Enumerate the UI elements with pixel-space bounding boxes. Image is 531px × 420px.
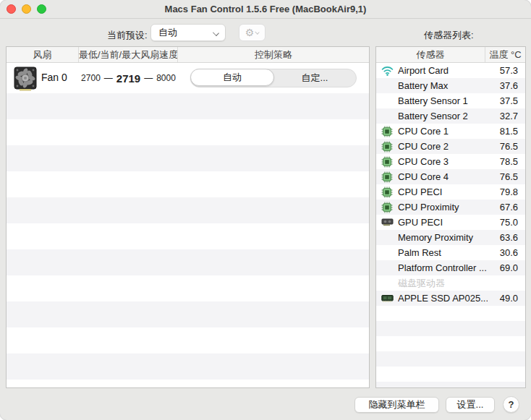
sensor-row[interactable]: CPU Core 378.5: [376, 154, 525, 169]
sensor-temperature: 37.6: [488, 80, 525, 91]
cpu-chip-icon: [381, 187, 393, 198]
fan-speed-max: 8000: [156, 73, 176, 83]
sensor-temperature: 37.5: [488, 95, 525, 106]
column-header-control[interactable]: 控制策略: [178, 47, 369, 62]
sensor-temperature: 49.0: [488, 293, 525, 304]
sensor-name: CPU Core 2: [398, 141, 488, 152]
sensor-row[interactable]: Battery Sensor 232.7: [376, 108, 525, 124]
fan-speed-min: 2700: [81, 73, 101, 83]
sensor-name: Battery Sensor 1: [398, 95, 488, 106]
empty-row: [376, 306, 525, 321]
fan-control-segmented: 自动 自定...: [190, 69, 357, 87]
sensor-temperature: 67.6: [488, 202, 525, 213]
empty-row: [7, 327, 369, 353]
wifi-icon: [381, 66, 394, 76]
sensor-row[interactable]: CPU Proximity67.6: [376, 200, 525, 215]
sensor-name: 磁盘驱动器: [398, 277, 488, 290]
auto-mode-button[interactable]: 自动: [190, 69, 274, 86]
custom-mode-button[interactable]: 自定...: [273, 69, 356, 87]
gpu-card-icon: [381, 218, 394, 227]
sensor-row[interactable]: Memory Proximity63.6: [376, 230, 525, 245]
chip-icon: [376, 171, 398, 183]
hide-to-menubar-button[interactable]: 隐藏到菜单栏: [354, 397, 439, 413]
preset-actions-button[interactable]: ⚙: [239, 24, 266, 41]
chip-icon: [376, 202, 398, 213]
sensor-temperature: 76.5: [488, 141, 525, 152]
sensor-row[interactable]: Battery Max37.6: [376, 78, 525, 93]
preset-dropdown[interactable]: 自动: [150, 24, 226, 41]
empty-row: [7, 380, 369, 388]
sensor-temperature: 75.0: [488, 217, 525, 228]
title-bar: Macs Fan Control 1.5.6 Free (MacBookAir9…: [0, 0, 531, 19]
sensor-row[interactable]: Platform Controller ...69.0: [376, 260, 525, 275]
sensor-row[interactable]: APPLE SSD AP025...49.0: [376, 291, 525, 306]
fan-icon: [14, 67, 37, 91]
sensor-temperature: 32.7: [488, 111, 525, 121]
window-title: Macs Fan Control 1.5.6 Free (MacBookAir9…: [0, 4, 531, 14]
cpu-chip-icon: [381, 202, 393, 213]
empty-row: [7, 223, 369, 249]
fan-table: 风扇 最低/当前/最大风扇速度 控制策略: [6, 46, 370, 388]
empty-row: [376, 367, 525, 382]
sensor-name: Palm Rest: [398, 247, 488, 258]
fan-speed-values: 2700 — 2719 — 8000: [79, 63, 178, 93]
empty-row: [7, 249, 369, 275]
sensor-row[interactable]: CPU Core 476.5: [376, 169, 525, 184]
column-header-sensor[interactable]: 传感器: [376, 47, 485, 62]
sensor-name: Memory Proximity: [398, 232, 488, 243]
settings-button[interactable]: 设置...: [446, 397, 495, 413]
sensor-name: CPU Core 3: [398, 156, 488, 167]
sensor-row[interactable]: Battery Sensor 137.5: [376, 93, 525, 108]
sensor-temperature: 76.5: [488, 171, 525, 182]
empty-row: [7, 301, 369, 327]
column-header-fan[interactable]: 风扇: [7, 47, 79, 62]
sensor-name: CPU Core 1: [398, 126, 488, 137]
sensor-temperature: 69.0: [488, 262, 525, 273]
sensor-temperature: 81.5: [488, 126, 525, 137]
app-window: Macs Fan Control 1.5.6 Free (MacBookAir9…: [0, 0, 531, 420]
sensor-name: CPU Proximity: [398, 202, 488, 213]
sensor-name: Battery Max: [398, 80, 488, 91]
sensor-row[interactable]: Airport Card57.3: [376, 63, 525, 78]
ssd-icon: [376, 294, 398, 303]
cpu-chip-icon: [381, 171, 393, 183]
sensor-temperature: 63.6: [488, 232, 525, 243]
sensor-table: 传感器 温度 °C Airport Card57.3Battery Max37.…: [375, 46, 526, 388]
column-header-speed[interactable]: 最低/当前/最大风扇速度: [79, 47, 178, 62]
help-button[interactable]: ?: [503, 396, 519, 413]
empty-row: [7, 119, 369, 145]
empty-row: [376, 382, 525, 388]
sensor-row[interactable]: CPU Core 181.5: [376, 124, 525, 139]
empty-row: [7, 197, 369, 223]
empty-row: [7, 275, 369, 301]
chevron-down-icon: [213, 30, 219, 36]
cpu-chip-icon: [381, 126, 393, 137]
sensor-row[interactable]: CPU PECI79.8: [376, 184, 525, 200]
empty-row: [376, 336, 525, 351]
cpu-chip-icon: [381, 141, 393, 153]
gear-icon: ⚙: [245, 27, 255, 38]
gpu-icon: [376, 218, 398, 227]
sensor-name: CPU PECI: [398, 187, 488, 197]
sensor-row[interactable]: Palm Rest30.6: [376, 245, 525, 260]
chip-icon: [376, 156, 398, 168]
sensor-group-row[interactable]: 磁盘驱动器: [376, 275, 525, 291]
cpu-chip-icon: [381, 156, 393, 168]
ssd-drive-icon: [381, 294, 394, 303]
sensor-row[interactable]: CPU Core 276.5: [376, 139, 525, 154]
preset-label: 当前预设:: [107, 29, 148, 42]
sensor-list-label: 传感器列表:: [424, 29, 474, 42]
chevron-down-icon: [255, 30, 260, 34]
sensor-temperature: 79.8: [488, 187, 525, 197]
fan-row[interactable]: Fan 0 2700 — 2719 — 8000 自动 自定...: [7, 63, 369, 93]
chip-icon: [376, 141, 398, 153]
sensor-temperature: 78.5: [488, 156, 525, 167]
empty-row: [376, 321, 525, 336]
sensor-temperature: 57.3: [488, 65, 525, 76]
wifi-icon: [376, 66, 398, 76]
fan-speed-current: 2719: [116, 72, 140, 85]
column-header-temperature[interactable]: 温度 °C: [485, 47, 525, 62]
sensor-row[interactable]: GPU PECI75.0: [376, 215, 525, 230]
sensor-name: APPLE SSD AP025...: [398, 293, 488, 304]
empty-row: [7, 93, 369, 119]
